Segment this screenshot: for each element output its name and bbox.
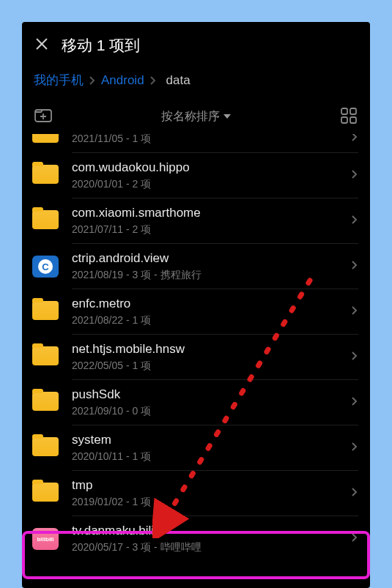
folder-row[interactable]: system 2020/10/11 - 1 项: [22, 425, 370, 471]
chevron-right-icon: [351, 441, 358, 455]
folder-icon: [32, 346, 59, 368]
grid-view-icon[interactable]: [339, 106, 358, 127]
folder-name: pushSdk: [72, 387, 345, 402]
chevron-right-icon: [351, 395, 358, 410]
folder-row[interactable]: com.wudaokou.hippo 2020/01/01 - 2 项: [22, 153, 370, 198]
folder-icon: [32, 483, 59, 505]
folder-meta: 2020/10/11 - 1 项: [72, 450, 345, 464]
chevron-right-icon: [351, 134, 358, 146]
folder-row[interactable]: C ctrip.android.view 2021/08/19 - 3 项 - …: [22, 244, 370, 289]
svg-rect-7: [341, 117, 347, 123]
folder-meta: 2022/05/05 - 1 项: [72, 360, 345, 373]
sort-button[interactable]: 按名称排序: [161, 109, 231, 124]
folder-row[interactable]: 2021/11/05 - 1 项: [22, 134, 370, 153]
chevron-right-icon: [351, 350, 358, 365]
app-icon-ctrip: C: [32, 256, 59, 278]
folder-icon: [32, 437, 59, 459]
folder-meta: 2020/05/17 - 3 项 - 哔哩哔哩: [72, 541, 345, 554]
file-list: 2021/11/05 - 1 项 com.wudaokou.hippo 2020…: [22, 134, 370, 562]
breadcrumb-current: data: [166, 73, 191, 88]
folder-name: net.htjs.mobile.hnsw: [72, 342, 345, 357]
folder-meta: 2020/01/01 - 2 项: [72, 178, 345, 191]
toolbar: 按名称排序: [22, 97, 370, 134]
page-title: 移动 1 项到: [62, 35, 140, 56]
folder-row[interactable]: tmp 2019/01/02 - 1 项: [22, 471, 370, 516]
close-icon[interactable]: [34, 36, 50, 55]
app-icon-bilibili: bilibili: [32, 528, 59, 550]
folder-meta: 2021/08/22 - 1 项: [72, 314, 345, 327]
caret-down-icon: [223, 114, 231, 119]
folder-icon: [32, 301, 59, 323]
new-folder-icon[interactable]: [34, 106, 53, 127]
svg-rect-8: [350, 117, 356, 123]
folder-icon: [32, 134, 59, 146]
folder-meta: 2021/11/05 - 1 项: [72, 134, 345, 146]
chevron-right-icon: [351, 168, 358, 183]
chevron-right-icon: [149, 75, 157, 86]
chevron-right-icon: [351, 214, 358, 228]
folder-row-bilibili[interactable]: bilibili tv.danmaku.bili 2020/05/17 - 3 …: [22, 516, 370, 562]
breadcrumb: 我的手机 Android data: [22, 64, 370, 97]
folder-row[interactable]: pushSdk 2021/09/10 - 0 项: [22, 380, 370, 425]
folder-icon: [32, 392, 59, 414]
folder-meta: 2021/07/11 - 2 项: [72, 223, 345, 237]
sort-label-text: 按名称排序: [161, 109, 220, 124]
folder-icon: [32, 165, 59, 187]
chevron-right-icon: [89, 75, 96, 86]
chevron-right-icon: [351, 305, 358, 319]
header: 移动 1 项到: [22, 22, 370, 64]
svg-rect-5: [341, 108, 347, 114]
breadcrumb-android[interactable]: Android: [101, 73, 144, 88]
folder-row[interactable]: enfc.metro 2021/08/22 - 1 项: [22, 289, 370, 335]
folder-meta: 2021/09/10 - 0 项: [72, 405, 345, 418]
breadcrumb-root[interactable]: 我的手机: [34, 72, 84, 89]
folder-meta: 2019/01/02 - 1 项: [72, 496, 345, 509]
svg-rect-6: [350, 108, 356, 114]
folder-name: com.xiaomi.smarthome: [72, 206, 345, 220]
folder-name: system: [72, 433, 345, 447]
file-manager-screen: 移动 1 项到 我的手机 Android data 按名称排序: [22, 22, 370, 588]
folder-row[interactable]: net.htjs.mobile.hnsw 2022/05/05 - 1 项: [22, 335, 370, 380]
chevron-right-icon: [351, 259, 358, 274]
folder-name: com.wudaokou.hippo: [72, 160, 345, 175]
chevron-right-icon: [351, 486, 358, 501]
folder-name: ctrip.android.view: [72, 251, 345, 266]
folder-name: tmp: [72, 478, 345, 493]
folder-name: enfc.metro: [72, 297, 345, 311]
chevron-right-icon: [351, 532, 358, 546]
folder-row[interactable]: com.xiaomi.smarthome 2021/07/11 - 2 项: [22, 198, 370, 244]
folder-meta: 2021/08/19 - 3 项 - 携程旅行: [72, 269, 345, 282]
folder-name: tv.danmaku.bili: [72, 524, 345, 538]
folder-icon: [32, 210, 59, 232]
